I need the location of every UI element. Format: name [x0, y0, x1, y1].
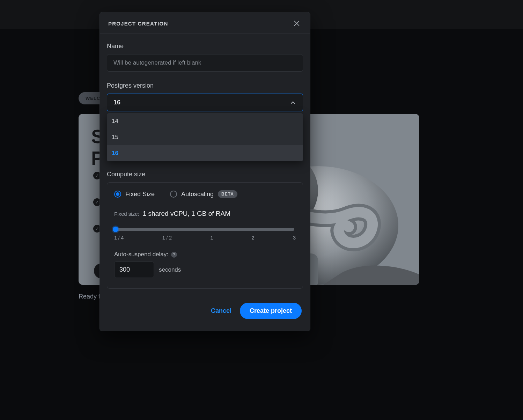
radio-checked-icon [114, 191, 121, 198]
compute-panel: Fixed Size Autoscaling BETA Fixed size: … [107, 182, 303, 289]
project-creation-dialog: PROJECT CREATION Name Postgres version 1… [100, 12, 310, 331]
fixed-size-value: 1 shared vCPU, 1 GB of RAM [143, 210, 230, 218]
postgres-option-16[interactable]: 16 [107, 145, 303, 161]
slider-tick: 1 / 2 [162, 235, 172, 241]
name-label: Name [107, 43, 303, 50]
slider-thumb[interactable] [113, 227, 118, 232]
postgres-selected-value: 16 [113, 99, 120, 106]
fixed-size-readout: Fixed size: 1 shared vCPU, 1 GB of RAM [114, 210, 296, 218]
radio-unchecked-icon [170, 191, 177, 198]
autoscaling-radio-label: Autoscaling [181, 191, 214, 198]
postgres-field-group: Postgres version 16 14 15 16 [107, 82, 303, 111]
close-icon [293, 20, 301, 27]
beta-badge: BETA [218, 190, 237, 198]
compute-size-slider[interactable] [116, 228, 294, 231]
auto-suspend-input-row: seconds [114, 261, 296, 278]
name-field-group: Name [107, 43, 303, 72]
auto-suspend-label: Auto-suspend delay: [114, 251, 168, 258]
slider-tick-labels: 1 / 4 1 / 2 1 2 3 [114, 235, 296, 241]
dialog-body: Name Postgres version 16 14 15 16 C [100, 34, 310, 292]
cancel-button[interactable]: Cancel [211, 307, 231, 315]
compute-mode-radio-group: Fixed Size Autoscaling BETA [114, 190, 296, 198]
postgres-select[interactable]: 16 [107, 94, 303, 111]
slider-tick: 1 / 4 [114, 235, 124, 241]
auto-suspend-label-row: Auto-suspend delay: ? [114, 251, 296, 258]
postgres-label: Postgres version [107, 82, 303, 89]
autoscaling-radio[interactable]: Autoscaling BETA [170, 190, 237, 198]
seconds-label: seconds [159, 266, 181, 273]
fixed-size-prefix: Fixed size: [114, 211, 139, 217]
close-button[interactable] [292, 19, 302, 28]
postgres-option-14[interactable]: 14 [107, 113, 303, 129]
auto-suspend-group: Auto-suspend delay: ? seconds [114, 251, 296, 278]
dialog-footer: Cancel Create project [100, 292, 310, 331]
slider-tick: 1 [211, 235, 213, 241]
postgres-dropdown: 14 15 16 [107, 113, 303, 161]
dialog-title: PROJECT CREATION [108, 21, 168, 27]
slider-tick: 2 [252, 235, 255, 241]
help-icon[interactable]: ? [171, 252, 177, 258]
postgres-select-wrap: 16 14 15 16 [107, 94, 303, 111]
auto-suspend-input[interactable] [114, 261, 154, 278]
slider-tick: 3 [293, 235, 296, 241]
compute-size-label: Compute size [107, 171, 303, 178]
name-input[interactable] [107, 54, 303, 72]
fixed-size-radio[interactable]: Fixed Size [114, 191, 155, 198]
dialog-header: PROJECT CREATION [100, 12, 310, 34]
create-project-button[interactable]: Create project [240, 303, 302, 319]
fixed-size-radio-label: Fixed Size [125, 191, 155, 198]
chevron-up-icon [289, 99, 296, 106]
postgres-option-15[interactable]: 15 [107, 129, 303, 145]
